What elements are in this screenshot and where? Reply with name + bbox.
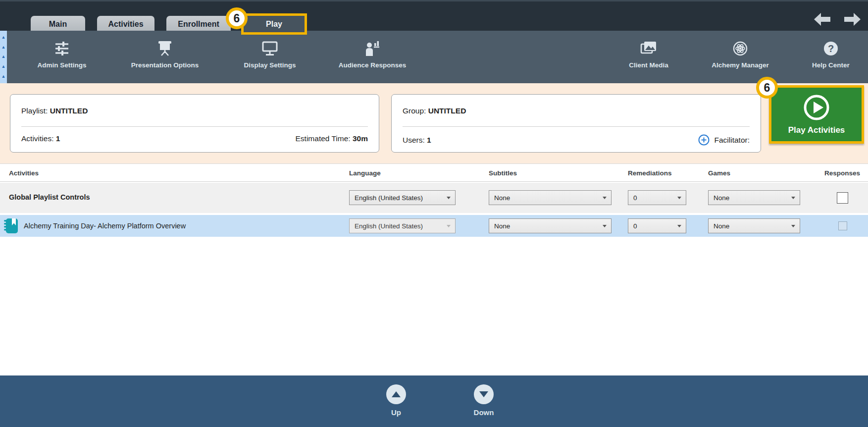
col-activities: Activities bbox=[9, 164, 39, 182]
annotation-step-badge-tab: 6 bbox=[226, 7, 248, 29]
tab-main[interactable]: Main bbox=[31, 16, 85, 32]
playlist-title: Playlist: UNTITLED bbox=[21, 107, 88, 115]
tab-activities[interactable]: Activities bbox=[97, 16, 154, 32]
language-select: English (United States) bbox=[349, 218, 456, 233]
session-summary-band: Playlist: UNTITLED Activities: 1 Estimat… bbox=[0, 83, 868, 163]
projector-screen-icon bbox=[155, 39, 174, 58]
users-count: Users: 1 bbox=[403, 136, 431, 145]
games-select[interactable]: None bbox=[708, 218, 800, 233]
playlist-card: Playlist: UNTITLED Activities: 1 Estimat… bbox=[10, 94, 379, 153]
toolbar-presentation-options[interactable]: Presentation Options bbox=[120, 31, 209, 83]
left-scroll-strip[interactable]: ▲▲▲▲▲ bbox=[0, 31, 7, 83]
toolbar-help-center[interactable]: ? Help Center bbox=[794, 31, 868, 83]
forward-arrow-icon[interactable] bbox=[843, 12, 861, 26]
tab-play-label: Play bbox=[266, 20, 282, 29]
chevron-down-icon bbox=[447, 225, 451, 227]
table-row-global-controls: Global Playlist Controls English (United… bbox=[0, 183, 868, 213]
history-nav bbox=[814, 12, 861, 26]
toolbar-audience-responses[interactable]: Audience Responses bbox=[328, 31, 417, 83]
group-card: Group: UNTITLED Users: 1 Facilitator: bbox=[391, 94, 761, 153]
svg-text:?: ? bbox=[828, 43, 834, 54]
toolbar-admin-settings[interactable]: Admin Settings bbox=[25, 31, 99, 83]
chevron-down-icon bbox=[791, 225, 795, 227]
col-subtitles: Subtitles bbox=[489, 164, 517, 182]
responses-checkbox[interactable] bbox=[837, 192, 848, 204]
toolbar-display-settings[interactable]: Display Settings bbox=[233, 31, 307, 83]
tab-play[interactable]: Play bbox=[241, 13, 307, 35]
chevron-down-icon bbox=[603, 197, 607, 199]
play-activities-button[interactable]: Play Activities bbox=[769, 85, 864, 144]
up-arrow-icon bbox=[386, 384, 406, 404]
toolbar-client-media[interactable]: Client Media bbox=[612, 31, 686, 83]
row-title: Alchemy Training Day- Alchemy Platform O… bbox=[24, 222, 186, 230]
down-arrow-icon bbox=[474, 384, 494, 404]
course-book-icon bbox=[4, 218, 19, 236]
move-up-button[interactable]: Up bbox=[378, 384, 414, 417]
toolbar: ▲▲▲▲▲ Admin Settings bbox=[0, 31, 868, 83]
activities-table-header: Activities Language Subtitles Remediatio… bbox=[0, 163, 868, 182]
col-responses: Responses bbox=[807, 164, 860, 182]
facilitator-label: Facilitator: bbox=[715, 136, 750, 145]
tab-enrollment[interactable]: Enrollment bbox=[166, 16, 231, 32]
top-tab-bar: Main Activities Enrollment bbox=[0, 0, 868, 31]
media-stack-icon bbox=[639, 39, 659, 58]
chevron-down-icon bbox=[677, 197, 681, 199]
activities-count: Activities: 1 bbox=[21, 134, 60, 143]
col-games: Games bbox=[708, 164, 730, 182]
monitor-icon bbox=[260, 39, 279, 58]
group-title: Group: UNTITLED bbox=[403, 107, 466, 115]
sliders-icon bbox=[52, 39, 71, 58]
subtitles-select[interactable]: None bbox=[489, 190, 612, 205]
play-icon bbox=[803, 94, 830, 121]
estimated-time: Estimated Time: 30m bbox=[296, 134, 368, 143]
back-arrow-icon[interactable] bbox=[814, 12, 831, 26]
group-name: UNTITLED bbox=[428, 107, 466, 115]
row-title: Global Playlist Controls bbox=[9, 193, 90, 201]
atom-icon bbox=[731, 39, 750, 58]
table-row-activity[interactable]: Alchemy Training Day- Alchemy Platform O… bbox=[0, 215, 868, 237]
responses-checkbox-disabled bbox=[838, 221, 847, 230]
alchemy-player-window: Main Activities Enrollment Play 6 6 ▲▲▲▲… bbox=[0, 0, 868, 427]
col-language: Language bbox=[349, 164, 381, 182]
card-divider bbox=[403, 126, 750, 127]
move-down-button[interactable]: Down bbox=[466, 384, 502, 417]
col-remediations: Remediations bbox=[628, 164, 672, 182]
play-activities-label: Play Activities bbox=[788, 125, 845, 135]
reorder-footer-bar: Up Down bbox=[0, 375, 868, 427]
chevron-down-icon bbox=[603, 225, 607, 227]
chevron-down-icon bbox=[447, 197, 451, 199]
subtitles-select[interactable]: None bbox=[489, 218, 612, 233]
remediations-select[interactable]: 0 bbox=[628, 218, 686, 233]
language-select[interactable]: English (United States) bbox=[349, 190, 456, 205]
person-chart-icon bbox=[363, 39, 382, 58]
toolbar-alchemy-manager[interactable]: Alchemy Manager bbox=[696, 31, 785, 83]
chevron-down-icon bbox=[791, 197, 795, 199]
remediations-select[interactable]: 0 bbox=[628, 190, 686, 205]
annotation-step-badge-play: 6 bbox=[756, 77, 778, 99]
playlist-name: UNTITLED bbox=[50, 107, 88, 115]
question-icon: ? bbox=[822, 39, 840, 58]
card-divider bbox=[21, 126, 368, 127]
games-select[interactable]: None bbox=[708, 190, 800, 205]
chevron-down-icon bbox=[677, 225, 681, 227]
add-facilitator-icon[interactable] bbox=[698, 134, 710, 146]
